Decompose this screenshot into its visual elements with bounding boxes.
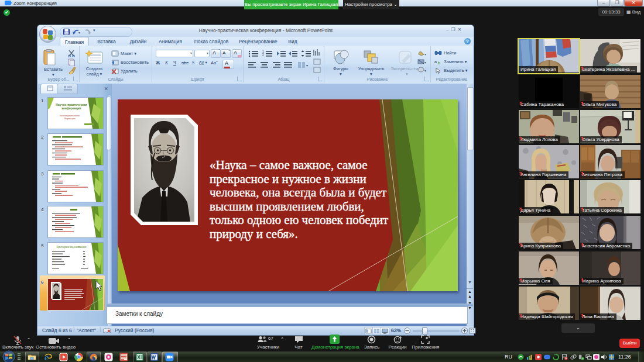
svg-text:▾: ▾ xyxy=(424,61,426,64)
svg-text:«Наука – самое важное, самое: «Наука – самое важное, самое xyxy=(210,158,368,172)
svg-text:a: a xyxy=(434,60,437,64)
svg-text:▾: ▾ xyxy=(78,31,80,35)
svg-text:только одною ею человек победи: только одною ею человек победит xyxy=(210,213,388,227)
svg-text:прекрасное и нужное в жизни: прекрасное и нужное в жизни xyxy=(210,172,366,186)
svg-text:b: b xyxy=(438,61,440,65)
svg-text:▾: ▾ xyxy=(424,69,426,73)
svg-text:высшим проявлением любви,: высшим проявлением любви, xyxy=(210,199,364,213)
svg-text:природу и себя».: природу и себя». xyxy=(210,227,298,241)
svg-text:Критерии оценивания: Критерии оценивания xyxy=(57,245,87,249)
svg-text:▾: ▾ xyxy=(306,64,308,67)
svg-text:Фармация: Фармация xyxy=(64,117,75,120)
svg-text:человека, она всегда была и бу: человека, она всегда была и будет xyxy=(210,185,386,199)
svg-text:2: 2 xyxy=(262,53,264,56)
svg-text:▾: ▾ xyxy=(424,53,426,56)
svg-text:конференция: конференция xyxy=(61,106,81,110)
